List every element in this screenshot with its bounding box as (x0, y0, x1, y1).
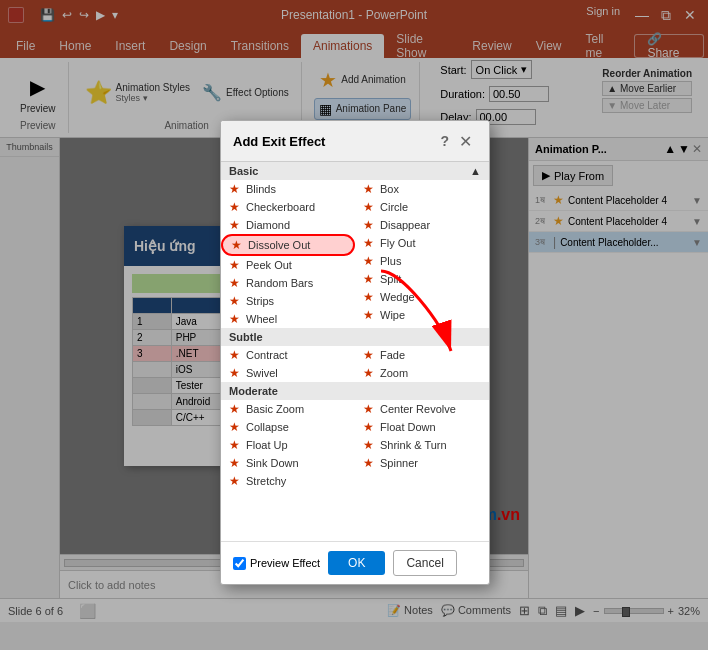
dialog-footer: Preview Effect OK Cancel (221, 542, 489, 584)
section-moderate-label: Moderate (229, 385, 278, 397)
star-icon: ★ (363, 236, 374, 250)
moderate-col-right: ★ Center Revolve ★ Float Down ★ Shrink &… (355, 400, 489, 490)
star-icon: ★ (229, 312, 240, 326)
star-icon: ★ (363, 182, 374, 196)
effect-sink-down[interactable]: ★ Sink Down (221, 454, 355, 472)
effect-contract[interactable]: ★ Contract (221, 346, 355, 364)
effect-name: Center Revolve (380, 403, 456, 415)
star-icon: ★ (229, 366, 240, 380)
effect-float-up[interactable]: ★ Float Up (221, 436, 355, 454)
star-icon: ★ (363, 348, 374, 362)
star-icon: ★ (229, 276, 240, 290)
effect-stretchy[interactable]: ★ Stretchy (221, 472, 355, 490)
effect-fly-out[interactable]: ★ Fly Out (355, 234, 489, 252)
effect-name: Sink Down (246, 457, 299, 469)
cancel-button[interactable]: Cancel (393, 550, 456, 576)
effect-wedge[interactable]: ★ Wedge (355, 288, 489, 306)
subtle-col-left: ★ Contract ★ Swivel (221, 346, 355, 382)
moderate-col-left: ★ Basic Zoom ★ Collapse ★ Float Up ★ Sin… (221, 400, 355, 490)
effect-split[interactable]: ★ Split (355, 270, 489, 288)
effect-name: Split (380, 273, 401, 285)
star-icon: ★ (229, 218, 240, 232)
effect-disappear[interactable]: ★ Disappear (355, 216, 489, 234)
effect-scroll[interactable]: Basic ▲ ★ Blinds ★ Checkerboard ★ Diamon… (221, 162, 489, 542)
effect-name: Spinner (380, 457, 418, 469)
effect-name: Collapse (246, 421, 289, 433)
effect-peek-out[interactable]: ★ Peek Out (221, 256, 355, 274)
star-icon: ★ (363, 402, 374, 416)
effect-box[interactable]: ★ Box (355, 180, 489, 198)
star-icon: ★ (363, 420, 374, 434)
effect-zoom[interactable]: ★ Zoom (355, 364, 489, 382)
star-icon: ★ (229, 438, 240, 452)
section-subtle-label: Subtle (229, 331, 263, 343)
star-icon: ★ (363, 438, 374, 452)
effect-name: Float Up (246, 439, 288, 451)
section-moderate: Moderate (221, 382, 489, 400)
effect-name: Fly Out (380, 237, 415, 249)
subtle-col-right: ★ Fade ★ Zoom (355, 346, 489, 382)
effect-blinds[interactable]: ★ Blinds (221, 180, 355, 198)
effect-name: Box (380, 183, 399, 195)
dialog-help-button[interactable]: ? (440, 133, 449, 149)
effect-wipe[interactable]: ★ Wipe (355, 306, 489, 324)
star-icon: ★ (229, 420, 240, 434)
effect-plus[interactable]: ★ Plus (355, 252, 489, 270)
star-icon: ★ (363, 254, 374, 268)
effect-collapse[interactable]: ★ Collapse (221, 418, 355, 436)
basic-col-left: ★ Blinds ★ Checkerboard ★ Diamond ★ Diss… (221, 180, 355, 328)
effect-name: Wheel (246, 313, 277, 325)
star-icon: ★ (363, 218, 374, 232)
star-icon: ★ (363, 200, 374, 214)
effect-dissolve-out[interactable]: ★ Dissolve Out (221, 234, 355, 256)
star-icon: ★ (229, 474, 240, 488)
effect-checkerboard[interactable]: ★ Checkerboard (221, 198, 355, 216)
effect-shrink-turn[interactable]: ★ Shrink & Turn (355, 436, 489, 454)
effect-name: Diamond (246, 219, 290, 231)
star-icon: ★ (229, 456, 240, 470)
effect-diamond[interactable]: ★ Diamond (221, 216, 355, 234)
effect-name: Basic Zoom (246, 403, 304, 415)
effect-name: Swivel (246, 367, 278, 379)
effect-name: Wipe (380, 309, 405, 321)
star-icon: ★ (229, 258, 240, 272)
preview-effect-section: Preview Effect (233, 557, 320, 570)
effect-name: Fade (380, 349, 405, 361)
section-basic-label: Basic (229, 165, 258, 177)
section-subtle: Subtle (221, 328, 489, 346)
effect-name: Checkerboard (246, 201, 315, 213)
star-icon: ★ (363, 290, 374, 304)
star-icon: ★ (229, 348, 240, 362)
effect-name: Strips (246, 295, 274, 307)
effect-name: Wedge (380, 291, 415, 303)
effect-swivel[interactable]: ★ Swivel (221, 364, 355, 382)
effect-float-down[interactable]: ★ Float Down (355, 418, 489, 436)
preview-effect-checkbox[interactable] (233, 557, 246, 570)
effect-name: Blinds (246, 183, 276, 195)
effect-name: Shrink & Turn (380, 439, 447, 451)
dialog-body: Basic ▲ ★ Blinds ★ Checkerboard ★ Diamon… (221, 162, 489, 584)
subtle-effects: ★ Contract ★ Swivel ★ Fade ★ Zoo (221, 346, 489, 382)
effect-name: Disappear (380, 219, 430, 231)
star-icon: ★ (229, 294, 240, 308)
scroll-up-icon[interactable]: ▲ (470, 165, 481, 177)
star-icon: ★ (229, 200, 240, 214)
effect-strips[interactable]: ★ Strips (221, 292, 355, 310)
effect-name: Contract (246, 349, 288, 361)
star-icon: ★ (363, 308, 374, 322)
ok-button[interactable]: OK (328, 551, 385, 575)
effect-fade[interactable]: ★ Fade (355, 346, 489, 364)
effect-random-bars[interactable]: ★ Random Bars (221, 274, 355, 292)
star-icon: ★ (231, 238, 242, 252)
effect-wheel[interactable]: ★ Wheel (221, 310, 355, 328)
dialog-title-text: Add Exit Effect (233, 134, 325, 149)
star-icon: ★ (229, 402, 240, 416)
basic-col-right: ★ Box ★ Circle ★ Disappear ★ Fly Out (355, 180, 489, 328)
effect-spinner[interactable]: ★ Spinner (355, 454, 489, 472)
basic-effects: ★ Blinds ★ Checkerboard ★ Diamond ★ Diss… (221, 180, 489, 328)
effect-basic-zoom[interactable]: ★ Basic Zoom (221, 400, 355, 418)
effect-name: Stretchy (246, 475, 286, 487)
effect-center-revolve[interactable]: ★ Center Revolve (355, 400, 489, 418)
effect-circle[interactable]: ★ Circle (355, 198, 489, 216)
dialog-close-button[interactable]: ✕ (453, 129, 477, 153)
